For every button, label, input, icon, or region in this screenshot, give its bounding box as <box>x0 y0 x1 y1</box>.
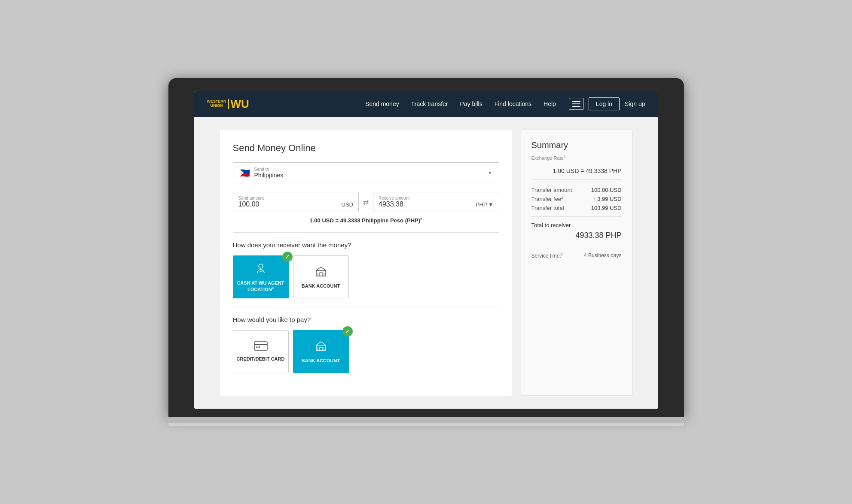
page-content: Send Money Online 🇵🇭 Send to Philippines… <box>194 117 658 409</box>
screen-bezel: WESTERN UNION WU Send money Track transf… <box>168 78 684 417</box>
cash-wu-check: ✓ <box>282 252 293 262</box>
pay-options-row: CREDIT/DEBIT CARD ✓ <box>233 330 499 373</box>
option-cash-wu[interactable]: ✓ CASH AT WU AGENTLOCATION8 <box>233 255 289 298</box>
svg-rect-2 <box>320 273 322 276</box>
service-time-row: Service time:1 4 Business days <box>531 252 622 259</box>
transfer-amount-row: Transfer amount 100.00 USD <box>531 187 622 193</box>
receive-amount-field[interactable]: Receive amount 4933.38 PHP ▼ <box>373 192 499 212</box>
option-credit-card[interactable]: CREDIT/DEBIT CARD <box>233 330 289 373</box>
receiver-question: How does your receiver want the money? <box>233 241 499 249</box>
amount-row: Send amount 100.00 USD ⇄ Receive amount … <box>233 192 499 212</box>
send-to-field[interactable]: 🇵🇭 Send to Philippines ▼ <box>233 162 499 183</box>
bank-account-receiver-label: BANK ACCOUNT <box>302 283 340 289</box>
nav-link-help[interactable]: Help <box>544 100 556 107</box>
pay-question: How would you like to pay? <box>233 316 499 323</box>
summary-divider <box>531 216 622 217</box>
summary-section: Summary Exchange Rate2 1.00 USD = 49.333… <box>521 130 632 396</box>
send-amount-input-row: 100.00 USD <box>238 200 354 208</box>
send-amount-value[interactable]: 100.00 <box>238 200 260 208</box>
svg-rect-7 <box>256 346 260 348</box>
logo-wu: WU <box>231 97 249 111</box>
signup-button[interactable]: Sign up <box>625 100 645 107</box>
page-title: Send Money Online <box>233 143 499 154</box>
exchange-rate-note: Exchange Rate2 <box>531 155 622 161</box>
bank-account-pay-check: ✓ <box>342 326 353 337</box>
nav-link-track-transfer[interactable]: Track transfer <box>411 100 448 107</box>
transfer-fee-row: Transfer fee2 + 3.99 USD <box>531 196 622 202</box>
bank-account-pay-label: BANK ACCOUNT <box>302 358 340 364</box>
option-bank-account-receiver[interactable]: BANK ACCOUNT <box>293 255 349 298</box>
logo-divider <box>228 99 229 109</box>
receive-amount-input-row: 4933.38 PHP ▼ <box>379 200 494 208</box>
summary-divider-2 <box>531 247 622 247</box>
svg-rect-8 <box>316 345 326 351</box>
nav-item-find-locations[interactable]: Find locations <box>495 100 531 108</box>
nav-item-pay-bills[interactable]: Pay bills <box>460 100 482 108</box>
philippines-flag: 🇵🇭 <box>239 168 250 178</box>
bank-account-pay-icon <box>315 340 327 355</box>
cash-wu-icon <box>254 262 267 277</box>
nav-link-send-money[interactable]: Send money <box>365 100 399 107</box>
receiver-options-row: ✓ CASH AT WU AGENTLOCATION8 <box>233 255 499 298</box>
send-to-info: Send to Philippines <box>254 167 483 179</box>
transfer-total-row: Transfer total 103.99 USD <box>531 205 622 211</box>
exchange-rate-text: 1.00 USD = 49.3338 Philippine Peso (PHP)… <box>233 217 499 224</box>
swap-icon[interactable]: ⇄ <box>363 198 369 206</box>
transfer-amount-label: Transfer amount <box>531 187 572 193</box>
form-section: Send Money Online 🇵🇭 Send to Philippines… <box>220 130 512 396</box>
nav-actions: Log in Sign up <box>569 97 645 110</box>
svg-rect-1 <box>316 270 326 276</box>
total-to-receiver-amount: 4933.38 PHP <box>531 231 622 240</box>
svg-rect-9 <box>320 347 322 351</box>
nav-item-help[interactable]: Help <box>544 100 556 108</box>
transfer-total-value: 103.99 USD <box>591 205 622 211</box>
nav-item-send-money[interactable]: Send money <box>365 100 399 108</box>
nav-item-track-transfer[interactable]: Track transfer <box>411 100 448 108</box>
exchange-display: 1.00 USD = 49.3338 PHP <box>531 167 622 180</box>
bank-account-receiver-icon <box>315 265 327 280</box>
navbar: WESTERN UNION WU Send money Track transf… <box>194 91 658 117</box>
send-to-dropdown-arrow[interactable]: ▼ <box>488 170 493 176</box>
hamburger-line-2 <box>572 103 580 104</box>
nav-links: Send money Track transfer Pay bills Find… <box>365 100 556 108</box>
send-to-label: Send to <box>254 167 483 172</box>
receive-amount-value[interactable]: 4933.38 <box>379 200 403 208</box>
receive-currency-arrow: ▼ <box>488 201 494 208</box>
credit-card-label: CREDIT/DEBIT CARD <box>237 356 285 362</box>
transfer-total-label: Transfer total <box>531 205 564 211</box>
nav-link-find-locations[interactable]: Find locations <box>495 100 531 107</box>
cash-wu-label: CASH AT WU AGENTLOCATION8 <box>237 280 284 292</box>
logo-union-text: UNION <box>211 104 223 108</box>
option-bank-account-pay[interactable]: ✓ BANK ACCOUNT <box>293 330 349 373</box>
credit-card-icon <box>254 341 268 353</box>
divider-1 <box>233 232 499 233</box>
screen: WESTERN UNION WU Send money Track transf… <box>194 91 658 409</box>
hamburger-line-1 <box>572 101 580 102</box>
transfer-fee-label: Transfer fee2 <box>531 196 563 202</box>
transfer-amount-value: 100.00 USD <box>591 187 622 193</box>
send-amount-label: Send amount <box>238 196 354 200</box>
svg-point-0 <box>259 264 263 268</box>
total-to-receiver-label: Total to receiver <box>531 222 622 228</box>
send-currency: USD <box>342 201 353 208</box>
service-time-value: 4 Business days <box>584 252 621 259</box>
login-button[interactable]: Log in <box>589 97 620 110</box>
nav-link-pay-bills[interactable]: Pay bills <box>460 100 482 107</box>
receive-currency[interactable]: PHP ▼ <box>476 201 494 208</box>
laptop-frame: WESTERN UNION WU Send money Track transf… <box>168 78 684 426</box>
logo: WESTERN UNION WU <box>207 97 249 111</box>
send-amount-field[interactable]: Send amount 100.00 USD <box>233 192 359 212</box>
divider-2 <box>233 307 499 307</box>
hamburger-line-3 <box>572 106 580 107</box>
laptop-bottom <box>168 417 684 426</box>
service-time-label: Service time:1 <box>531 252 563 259</box>
receive-amount-label: Receive amount <box>379 196 494 200</box>
send-to-value: Philippines <box>254 172 483 179</box>
transfer-fee-value: + 3.99 USD <box>592 196 622 202</box>
hamburger-menu[interactable] <box>569 98 583 110</box>
summary-title: Summary <box>531 140 622 150</box>
laptop-base <box>164 417 688 423</box>
